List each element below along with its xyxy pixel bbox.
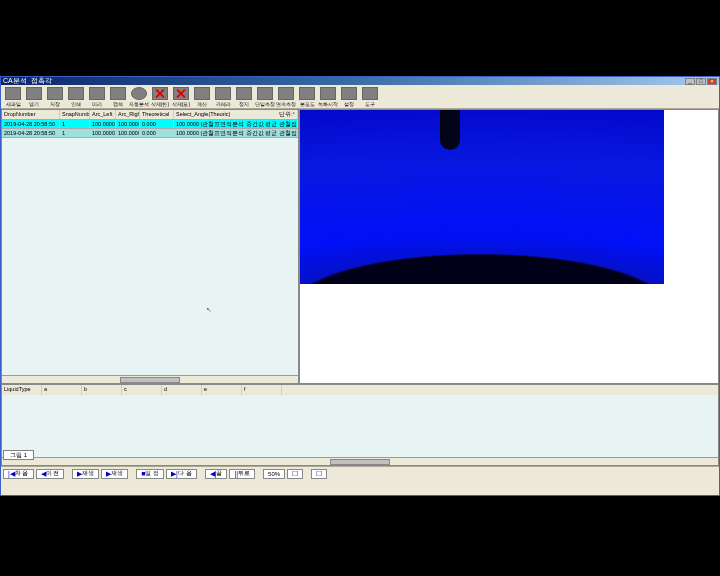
toolbar-label: 인쇄: [71, 101, 81, 107]
col-snapnumber[interactable]: SnapNumber: [60, 110, 90, 119]
pause-button[interactable]: ■ 일 정: [136, 469, 164, 479]
print-button[interactable]: 인쇄: [66, 86, 86, 107]
record-button[interactable]: 녹화시작: [318, 86, 338, 107]
toolbar-label: 단일측정: [255, 101, 275, 107]
toolbar-label: 삭제(한): [151, 101, 169, 107]
opt1-button[interactable]: ☐: [287, 469, 303, 479]
save-button[interactable]: 저장: [45, 86, 65, 107]
horizontal-scrollbar[interactable]: [2, 457, 718, 465]
settings-icon: [341, 87, 357, 100]
col-liquidtype[interactable]: LiquidType: [2, 385, 42, 395]
col-theoretical[interactable]: Theoretical: [140, 110, 174, 119]
toolbar-label: 캡쳐: [113, 101, 123, 107]
toolbar-label: 도구: [365, 101, 375, 107]
play-button[interactable]: ▶ 재생: [72, 469, 99, 479]
toolbar-label: 설정: [344, 101, 354, 107]
status-tab[interactable]: 그림 1: [3, 450, 34, 460]
stop-button[interactable]: 정지: [234, 86, 254, 107]
col-arcright[interactable]: Arc_Right: [116, 110, 140, 119]
status-tab-strip: 그림 1: [3, 450, 34, 460]
toolbar-label: 분포도: [300, 101, 315, 107]
col-arcleft[interactable]: Arc_Left: [90, 110, 116, 119]
chart-icon: [299, 87, 315, 100]
col-selectangle[interactable]: Select_Angle(Theoric): [176, 111, 230, 118]
toolbar: 새파일열기저장인쇄미리캡쳐자동분석삭제(한)삭제(모)계산카메라정지단일측정연속…: [1, 85, 719, 109]
table-header: DropNumber SnapNumber Arc_Left Arc_Right…: [2, 110, 298, 120]
print-icon: [68, 87, 84, 100]
preview-icon: [89, 87, 105, 100]
opt1-icon: ☐: [292, 470, 298, 478]
maximize-button[interactable]: □: [696, 78, 706, 85]
open-icon: [26, 87, 42, 100]
delete-all-icon: [173, 87, 189, 100]
unit-label: 단위:°: [279, 111, 295, 118]
end-button[interactable]: ◀| 끝: [205, 469, 228, 479]
minimize-button[interactable]: _: [685, 78, 695, 85]
multi-icon: [278, 87, 294, 100]
single-icon: [257, 87, 273, 100]
save-icon: [47, 87, 63, 100]
toolbar-label: 카메라: [216, 101, 231, 107]
content-area: DropNumber SnapNumber Arc_Left Arc_Right…: [1, 109, 719, 495]
opt2-button[interactable]: ☐: [311, 469, 327, 479]
preview-button[interactable]: 미리: [87, 86, 107, 107]
capture-icon: [110, 87, 126, 100]
tool-icon: [362, 87, 378, 100]
speed-button[interactable]: 50%: [263, 469, 285, 479]
delete-icon: [152, 87, 168, 100]
toolbar-label: 정지: [239, 101, 249, 107]
new-doc-button[interactable]: 새파일: [3, 86, 23, 107]
end-icon: ◀|: [210, 470, 217, 478]
auto-icon: [131, 87, 147, 100]
toolbar-label: 녹화시작: [318, 101, 338, 107]
liquid-table-header: LiquidType a b c d e f: [2, 385, 718, 395]
new-doc-icon: [5, 87, 21, 100]
prev-button[interactable]: ◀ 이 전: [36, 469, 65, 479]
auto-button[interactable]: 자동분석: [129, 86, 149, 107]
chart-button[interactable]: 분포도: [297, 86, 317, 107]
toolbar-label: 저장: [50, 101, 60, 107]
toolbar-label: 열기: [29, 101, 39, 107]
toolbar-label: 연속측정: [276, 101, 296, 107]
toolbar-label: 계산: [197, 101, 207, 107]
toolbar-label: 자동분석: [129, 101, 149, 107]
open-button[interactable]: 열기: [24, 86, 44, 107]
toolbar-label: 삭제(모): [172, 101, 190, 107]
table-row[interactable]: 2019-04-28 20:58:50 1 100.0000 100.0000 …: [2, 120, 298, 129]
first-icon: |◀: [8, 470, 15, 478]
table-body: 2019-04-28 20:58:50 1 100.0000 100.0000 …: [2, 120, 298, 375]
back-button[interactable]: || 뒤로: [229, 469, 255, 479]
camera-icon: [215, 87, 231, 100]
close-button[interactable]: ×: [707, 78, 717, 85]
opt2-icon: ☐: [316, 470, 322, 478]
calc-icon: [194, 87, 210, 100]
capture-button[interactable]: 캡쳐: [108, 86, 128, 107]
calc-button[interactable]: 계산: [192, 86, 212, 107]
liquid-table-body: [2, 395, 718, 457]
image-panel: [299, 109, 719, 384]
surface-silhouette: [300, 204, 664, 284]
titlebar: CA분석 접촉각 _ □ ×: [1, 77, 719, 85]
record-icon: [320, 87, 336, 100]
next-icon: ▶|: [171, 470, 178, 478]
camera-view[interactable]: [300, 110, 664, 284]
delete-button[interactable]: 삭제(한): [150, 86, 170, 107]
delete-all-button[interactable]: 삭제(모): [171, 86, 191, 107]
playback-bar: |◀ 처 음◀ 이 전▶ 재생▶ 재생■ 일 정▶| 다 음◀| 끝|| 뒤로 …: [1, 466, 719, 480]
tool-button[interactable]: 도구: [360, 86, 380, 107]
first-button[interactable]: |◀ 처 음: [3, 469, 34, 479]
horizontal-scrollbar[interactable]: [2, 375, 298, 383]
col-dropnumber[interactable]: DropNumber: [2, 110, 60, 119]
needle-silhouette: [440, 110, 460, 150]
multi-button[interactable]: 연속측정: [276, 86, 296, 107]
playall-button[interactable]: ▶ 재생: [101, 469, 128, 479]
camera-button[interactable]: 카메라: [213, 86, 233, 107]
app-window: CA분석 접촉각 _ □ × 새파일열기저장인쇄미리캡쳐자동분석삭제(한)삭제(…: [0, 76, 720, 496]
toolbar-label: 새파일: [6, 101, 21, 107]
single-button[interactable]: 단일측정: [255, 86, 275, 107]
table-row[interactable]: 2019-04-28 20:58:50 1 100.0000 100.0000 …: [2, 129, 298, 138]
toolbar-label: 미리: [92, 101, 102, 107]
next-button[interactable]: ▶| 다 음: [166, 469, 197, 479]
stop-icon: [236, 87, 252, 100]
settings-button[interactable]: 설정: [339, 86, 359, 107]
